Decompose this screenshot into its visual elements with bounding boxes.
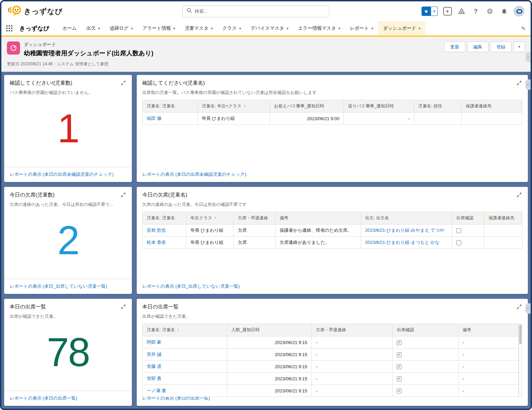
cell-note: 保護者から連絡、帰省のため欠席。 <box>275 225 361 237</box>
metric-value: 78 <box>10 320 126 385</box>
child-name-link[interactable]: 安井 誠 <box>147 352 162 357</box>
attendance-checkbox[interactable] <box>397 389 402 393</box>
cell-child-name: 一ノ瀬 連 <box>143 385 227 397</box>
report-link[interactable]: レポートの表示 (本日_出席していない児童一覧) <box>142 284 240 289</box>
column-header[interactable]: 入館_通知日時 <box>227 324 312 336</box>
expand-icon[interactable] <box>120 304 126 311</box>
column-header-sorted[interactable]: 年次クラス↑ <box>186 212 234 225</box>
edit-button[interactable]: 編集 <box>467 41 489 52</box>
column-header[interactable]: 欠席・早退連絡 <box>312 324 393 336</box>
cell-absence-type: - <box>312 349 393 361</box>
child-name-link[interactable]: 安部 勇 <box>147 376 162 381</box>
column-header[interactable]: 出席確認 <box>452 212 484 225</box>
nav-tab-child-master[interactable]: 児童マスタ <box>180 21 217 36</box>
column-header[interactable]: 児童名: 児童名 <box>143 212 186 225</box>
attendance-checkbox[interactable] <box>397 376 402 381</box>
app-launcher-icon[interactable] <box>6 21 19 36</box>
child-name-link[interactable]: 一ノ瀬 連 <box>147 388 166 393</box>
card-subtitle: 出席前の児童一覧。バス乗車後の登園が確認されていない児童は所在確認をお願いします <box>142 90 522 96</box>
collapse-panel-handle[interactable]: ‹ <box>525 52 531 62</box>
nav-tab-reports[interactable]: レポート <box>345 21 378 36</box>
column-header[interactable]: 出席確認 <box>393 324 458 336</box>
attendance-checkbox[interactable] <box>456 240 461 245</box>
help-icon[interactable]: ? <box>471 7 480 16</box>
nav-tab-class[interactable]: クラス <box>217 21 246 36</box>
chevron-down-icon <box>98 26 100 31</box>
table-scrollbar[interactable] <box>519 324 522 397</box>
nav-tab-attendance[interactable]: 出欠 <box>81 21 105 36</box>
expand-icon[interactable] <box>120 192 126 199</box>
report-link[interactable]: レポートの表示 (本日_出席していない児童一覧) <box>10 284 107 289</box>
report-link[interactable]: レポートの表示 (本日の出席一覧) <box>10 395 77 401</box>
scrollbar-thumb[interactable] <box>519 325 522 344</box>
column-header[interactable]: お迎えバス乗車_通知日時 <box>270 100 344 113</box>
guidance-icon[interactable] <box>457 7 466 16</box>
waffle-grid-icon <box>6 25 12 31</box>
refresh-button[interactable]: 更新 <box>444 41 465 52</box>
child-name-link[interactable]: 宮前 哲也 <box>147 228 166 233</box>
cell-attendance-check <box>452 225 484 237</box>
search-input[interactable] <box>195 9 325 14</box>
favorites-star-icon[interactable]: ★ <box>422 7 431 16</box>
column-header-sorted[interactable]: 児童名: 年次+クラス↑ <box>197 100 270 113</box>
expand-icon[interactable] <box>516 80 522 87</box>
column-header[interactable]: 児童名: 担任 <box>414 100 462 113</box>
attendance-record-link[interactable]: 2023/6/21-ひまわり組-まつもと かな <box>365 240 440 245</box>
dashboard-meta: 更新日 2023/06/21 14:46・システム 管理者として参照 <box>7 61 525 67</box>
attendance-checkbox[interactable] <box>456 228 461 233</box>
cell-teacher <box>414 113 462 125</box>
card-attendance-count: 本日の出席一覧 出席が確認できた児童。 78 レポートの表示 (本日の出席一覧) <box>4 299 132 406</box>
sort-asc-icon: ↑ <box>244 104 246 108</box>
child-name-link[interactable]: 阿部 豪 <box>147 340 162 345</box>
column-header[interactable]: 児童名: 児童名 <box>143 100 198 113</box>
card-title: 本日の出席一覧 <box>142 304 178 310</box>
app-window: きっずなび ★ ▼ + ? ⚙ <box>0 0 532 410</box>
report-table: 児童名: 児童名↑ 入館_通知日時 欠席・早退連絡 出席確認 備考 阿部 豪 2… <box>142 324 522 397</box>
nav-edit-pencil-icon[interactable]: ✎ <box>521 21 526 36</box>
column-header[interactable]: 欠席・早退連絡 <box>234 212 275 225</box>
nav-tab-error-master[interactable]: エラー情報マスタ <box>293 21 345 36</box>
collapse-panel-handle[interactable]: ‹ <box>525 303 531 314</box>
cell-attendance-check <box>393 385 458 397</box>
nav-tab-dashboards[interactable]: ダッシュボード <box>378 21 425 36</box>
setup-gear-icon[interactable]: ⚙ <box>485 7 494 16</box>
child-name-link[interactable]: 安藤 凛 <box>147 364 162 369</box>
card-attendance-list: 本日の出席一覧 出席が確認できた児童。 児童名: 児童名↑ 入館_通知日時 <box>137 299 528 406</box>
column-header[interactable]: 保護者連絡先 <box>484 212 522 225</box>
global-search[interactable] <box>182 6 329 17</box>
attendance-checkbox[interactable] <box>397 352 402 357</box>
notifications-bell-icon[interactable] <box>500 7 509 16</box>
subscribe-button[interactable]: 登録 <box>490 41 512 52</box>
column-header[interactable]: 保護者連絡先 <box>462 100 522 113</box>
attendance-checkbox[interactable] <box>397 340 402 345</box>
expand-icon[interactable] <box>516 304 522 311</box>
nav-tab-alert-info[interactable]: アラート情報 <box>138 21 180 36</box>
nav-tab-home[interactable]: ホーム <box>58 21 81 36</box>
child-name-link[interactable]: 福田 徹 <box>147 116 162 121</box>
report-link[interactable]: レポートの表示 (本日の出席未確認児童のチェック) <box>10 172 114 177</box>
column-header[interactable]: 送りバス乗車_通知日時 <box>344 100 414 113</box>
column-header[interactable]: 備考 <box>458 324 518 336</box>
column-header[interactable]: 出欠: 出欠名 <box>361 212 452 225</box>
kidsnavi-logo-icon <box>8 5 21 18</box>
attendance-record-link[interactable]: 2023/6/21-ひまわり組-みやまえ てつや <box>365 228 444 233</box>
report-link[interactable]: レポートの表示 (本日の出席未確認児童のチェック) <box>142 172 246 177</box>
user-avatar[interactable] <box>514 6 524 17</box>
table-row: 一ノ瀬 連 2023/06/21 9:15 - - <box>143 385 519 397</box>
cell-child-name: 安井 誠 <box>143 349 227 361</box>
cell-absence-type: - <box>312 361 393 373</box>
more-actions-button[interactable] <box>513 41 525 52</box>
collapse-panel-handle[interactable]: ‹ <box>525 79 531 90</box>
child-name-link[interactable]: 松本 香奈 <box>147 240 166 245</box>
attendance-checkbox[interactable] <box>397 364 402 369</box>
column-header-sorted[interactable]: 児童名: 児童名↑ <box>143 324 227 336</box>
column-header[interactable]: 備考 <box>275 212 361 225</box>
expand-icon[interactable] <box>516 192 522 199</box>
favorites-dropdown-icon[interactable]: ▼ <box>431 7 438 16</box>
chevron-down-icon <box>371 26 374 31</box>
nav-tab-device-master[interactable]: デバイスマスタ <box>246 21 293 36</box>
card-subtitle: 出席が確認できた児童。 <box>142 314 522 320</box>
expand-icon[interactable] <box>120 80 126 87</box>
nav-tab-tracking-log[interactable]: 追跡ログ <box>105 21 138 36</box>
quick-create-icon[interactable]: + <box>443 7 452 16</box>
